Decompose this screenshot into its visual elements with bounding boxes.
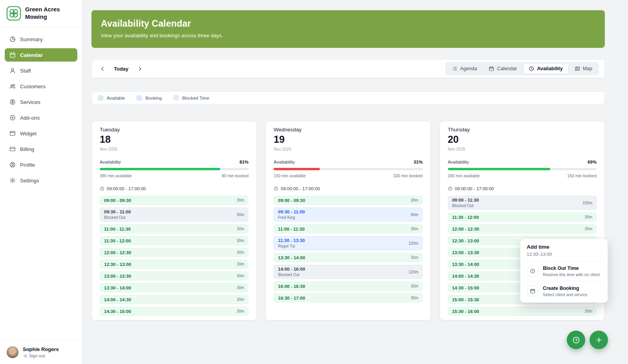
time-slot-available[interactable]: 13:30 - 14:0030m bbox=[274, 253, 422, 262]
sidebar-item-label: Settings bbox=[20, 178, 39, 184]
gear-icon bbox=[9, 177, 16, 184]
popover-option-create-booking[interactable]: Create BookingSelect client and service bbox=[527, 281, 601, 301]
time-slot-available[interactable]: 09:00 - 09:3030m bbox=[274, 196, 422, 205]
date-navigation: Today bbox=[97, 64, 145, 74]
legend-swatch bbox=[98, 95, 103, 100]
pie-chart-icon bbox=[9, 36, 16, 42]
sidebar-item-widget[interactable]: Widget bbox=[5, 127, 77, 140]
day-date: 19 bbox=[274, 134, 422, 145]
slot-duration: 120m bbox=[409, 270, 418, 274]
page-subtitle: View your availability and bookings acro… bbox=[101, 33, 595, 38]
min-available: 150 min available bbox=[274, 173, 306, 178]
time-slot-available[interactable]: 11:30 - 12:0030m bbox=[100, 236, 248, 245]
previous-day-button[interactable] bbox=[97, 64, 108, 74]
time-slot-available[interactable]: 13:30 - 14:0030m bbox=[100, 283, 248, 292]
legend-item-blocked-time[interactable]: Blocked Time bbox=[173, 95, 209, 100]
slot-duration: 30m bbox=[585, 309, 592, 313]
availability-progress-track bbox=[274, 168, 422, 170]
sidebar-item-label: Customers bbox=[20, 84, 46, 89]
working-hours-text: 09:00:00 - 17:00:00 bbox=[281, 186, 320, 191]
slot-time: 15:30 - 16:00 bbox=[452, 309, 479, 314]
slot-duration: 30m bbox=[585, 227, 592, 231]
slot-note: Blocked Out bbox=[104, 215, 131, 220]
sidebar-item-label: Add-ons bbox=[20, 115, 40, 121]
time-slot-available[interactable]: 09:00 - 09:3030m bbox=[100, 196, 248, 205]
legend-item-available[interactable]: Available bbox=[98, 95, 125, 100]
slot-duration: 30m bbox=[237, 297, 244, 302]
app-logo-icon bbox=[6, 6, 21, 21]
view-tab-map[interactable]: Map bbox=[569, 63, 598, 74]
time-slot-blocked[interactable]: 09:30 - 11:00Blocked Out90m bbox=[100, 207, 248, 222]
view-tab-calendar[interactable]: Calendar bbox=[483, 63, 522, 74]
day-month-year: Nov 2025 bbox=[448, 147, 597, 151]
slot-duration: 150m bbox=[582, 201, 592, 205]
slot-time: 14:00 - 14:30 bbox=[104, 297, 131, 302]
sign-out-link[interactable]: Sign out bbox=[23, 353, 59, 358]
sidebar-item-staff[interactable]: Staff bbox=[5, 64, 77, 77]
day-weekday: Thursday bbox=[448, 127, 597, 133]
legend-swatch bbox=[173, 95, 179, 100]
popover-option-label: Create Booking bbox=[543, 286, 587, 291]
slot-duration: 30m bbox=[237, 250, 244, 255]
slot-duration: 120m bbox=[409, 241, 418, 246]
add-fab[interactable] bbox=[590, 331, 608, 349]
view-tab-availability[interactable]: Availability bbox=[523, 63, 568, 74]
availability-label: Availability bbox=[274, 160, 295, 164]
time-slot-available[interactable]: 11:00 - 11:3030m bbox=[100, 224, 248, 233]
sidebar-item-services[interactable]: Services bbox=[5, 95, 77, 109]
time-slot-booking[interactable]: 11:30 - 13:30Roger Tui120m bbox=[274, 236, 422, 250]
credit-card-icon bbox=[9, 146, 16, 152]
time-slot-available[interactable]: 15:30 - 16:0030m bbox=[448, 307, 597, 316]
time-slot-available[interactable]: 14:30 - 15:0030m bbox=[100, 307, 248, 316]
chevron-right-icon bbox=[137, 66, 143, 72]
sidebar-item-profile[interactable]: Profile bbox=[5, 158, 77, 171]
time-slot-available[interactable]: 11:00 - 11:3030m bbox=[274, 224, 422, 233]
slot-duration: 30m bbox=[237, 286, 244, 290]
time-slot-available[interactable]: 16:00 - 16:3030m bbox=[274, 282, 422, 291]
slot-duration: 30m bbox=[237, 262, 244, 266]
slot-time: 13:30 - 14:00 bbox=[104, 286, 131, 290]
time-slot-available[interactable]: 11:30 - 12:0030m bbox=[448, 213, 597, 222]
view-tab-label: Agenda bbox=[460, 66, 477, 71]
sidebar-item-settings[interactable]: Settings bbox=[5, 174, 77, 187]
availability-fab[interactable] bbox=[567, 331, 585, 349]
time-slot-available[interactable]: 14:00 - 14:3030m bbox=[100, 295, 248, 304]
slot-duration: 30m bbox=[237, 274, 244, 278]
view-tab-label: Availability bbox=[537, 66, 563, 71]
plus-circle-icon bbox=[9, 115, 16, 121]
user-panel: Sophie Rogers Sign out bbox=[0, 340, 82, 364]
view-tab-agenda[interactable]: Agenda bbox=[446, 63, 482, 74]
time-slot-available[interactable]: 13:00 - 13:3030m bbox=[100, 271, 248, 280]
slot-time: 09:30 - 11:00 bbox=[278, 209, 305, 214]
sidebar-item-add-ons[interactable]: Add-ons bbox=[5, 111, 77, 124]
chevron-left-icon bbox=[100, 66, 106, 72]
today-button[interactable]: Today bbox=[114, 66, 128, 72]
time-slot-booking[interactable]: 09:30 - 11:00Fred King90m bbox=[274, 207, 422, 222]
sidebar-item-calendar[interactable]: Calendar bbox=[5, 48, 77, 62]
availability-percent: 81% bbox=[239, 160, 248, 164]
popover-option-block-out-time[interactable]: Block Out TimeReserve this time with no … bbox=[527, 261, 601, 281]
slot-time: 13:00 - 13:30 bbox=[452, 250, 479, 255]
clock-icon bbox=[529, 66, 534, 71]
time-slot-available[interactable]: 12:30 - 13:0030m bbox=[100, 260, 248, 269]
slot-time: 09:30 - 11:00 bbox=[104, 209, 131, 214]
time-slot-available[interactable]: 16:30 - 17:0030m bbox=[274, 293, 422, 302]
legend-item-booking[interactable]: Booking bbox=[137, 95, 162, 100]
time-slot-blocked[interactable]: 09:00 - 11:30Blocked Out150m bbox=[448, 196, 597, 210]
slot-time: 12:30 - 13:00 bbox=[452, 238, 479, 243]
time-slot-blocked[interactable]: 14:00 - 16:00Blocked Out120m bbox=[274, 265, 422, 279]
sidebar-item-summary[interactable]: Summary bbox=[5, 33, 77, 46]
legend-label: Available bbox=[107, 96, 125, 100]
next-day-button[interactable] bbox=[135, 64, 145, 74]
day-weekday: Wednesday bbox=[274, 127, 422, 133]
sidebar-item-billing[interactable]: Billing bbox=[5, 142, 77, 156]
slot-note: Blocked Out bbox=[452, 204, 479, 208]
time-slot-available[interactable]: 12:00 - 12:3030m bbox=[100, 248, 248, 257]
day-month-year: Nov 2025 bbox=[100, 147, 248, 151]
user-circle-icon bbox=[9, 162, 16, 168]
time-slot-available[interactable]: 12:00 - 12:3030m bbox=[448, 224, 597, 233]
slot-time: 12:30 - 13:00 bbox=[104, 262, 131, 267]
slot-duration: 90m bbox=[411, 213, 418, 217]
sidebar-item-customers[interactable]: Customers bbox=[5, 80, 77, 93]
legend-swatch bbox=[137, 95, 142, 100]
